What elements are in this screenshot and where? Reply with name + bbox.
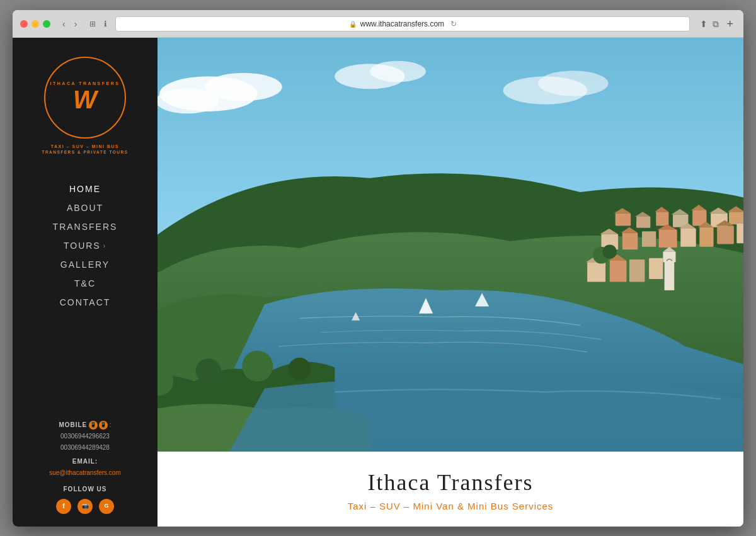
svg-rect-47: [665, 258, 675, 290]
nav-item-contact[interactable]: CONTACT: [13, 294, 158, 311]
svg-rect-55: [649, 258, 663, 278]
nav-item-about[interactable]: ABOUT: [13, 199, 158, 217]
email-label: EMAIL:: [72, 458, 98, 465]
svg-point-7: [538, 71, 608, 96]
refresh-icon[interactable]: ↻: [450, 20, 457, 28]
nav-item-tours[interactable]: TOURS ›: [13, 237, 158, 254]
forward-button[interactable]: ›: [71, 18, 81, 30]
svg-rect-14: [616, 213, 631, 225]
browser-content: ITHACA TRANSFERS W TAXI – SUV – MINI BUS…: [13, 38, 743, 527]
sidebar-contact: MOBILE 📱 📱 : 00306944296623 003069442894…: [13, 409, 158, 514]
phone-icon-2: 📱: [99, 421, 108, 430]
nav-buttons: ‹ ›: [59, 18, 80, 30]
svg-point-63: [289, 357, 311, 380]
svg-point-5: [370, 60, 426, 81]
tab-grid-icon[interactable]: ⊞: [88, 19, 98, 29]
svg-rect-35: [659, 230, 677, 248]
facebook-icon[interactable]: f: [56, 499, 71, 514]
svg-rect-34: [642, 231, 656, 246]
logo-subtitle: TAXI – SUV – MINI BUS TRANSFERS & PRIVAT…: [42, 144, 128, 156]
svg-rect-37: [680, 228, 696, 246]
hero-image: [158, 38, 743, 452]
nav-item-gallery[interactable]: GALLERY: [13, 256, 158, 273]
logo-arc-top: ITHACA TRANSFERS: [50, 81, 120, 86]
maximize-button[interactable]: [43, 20, 50, 28]
instagram-icon[interactable]: 📷: [77, 499, 93, 514]
phone-icon-1: 📱: [89, 421, 98, 430]
traffic-lights: [20, 20, 50, 28]
svg-point-62: [242, 350, 273, 381]
svg-rect-50: [587, 262, 605, 282]
share-icon[interactable]: ⬆: [700, 19, 707, 29]
url-text: www.ithacatransfers.com: [360, 20, 444, 28]
svg-point-3: [158, 88, 219, 113]
nav-item-transfers[interactable]: TRANSFERS: [13, 218, 158, 236]
svg-rect-18: [656, 212, 668, 225]
svg-rect-16: [636, 216, 650, 227]
hero-bottom: Ithaca Transfers Taxi – SUV – Mini Van &…: [158, 452, 743, 527]
add-tab-button[interactable]: +: [724, 18, 736, 31]
browser-window: ‹ › ⊞ ℹ 🔒 www.ithacatransfers.com ↻ ⬆ ⧉ …: [13, 10, 743, 527]
svg-rect-32: [622, 232, 638, 249]
tours-arrow-icon: ›: [103, 242, 106, 249]
logo-container: ITHACA TRANSFERS W TAXI – SUV – MINI BUS…: [35, 50, 134, 162]
nav-menu: HOME ABOUT TRANSFERS TOURS › GALLERY T&C…: [13, 180, 158, 311]
nav-item-tc[interactable]: T&C: [13, 275, 158, 292]
browser-chrome: ‹ › ⊞ ℹ 🔒 www.ithacatransfers.com ↻ ⬆ ⧉ …: [13, 10, 743, 38]
address-bar[interactable]: 🔒 www.ithacatransfers.com ↻: [115, 16, 690, 31]
main-content: Ithaca Transfers Taxi – SUV – Mini Van &…: [158, 38, 743, 527]
sidebar: ITHACA TRANSFERS W TAXI – SUV – MINI BUS…: [13, 38, 158, 527]
logo-inner: ITHACA TRANSFERS W: [50, 81, 120, 113]
logo-circle: ITHACA TRANSFERS W: [44, 57, 126, 139]
phone-icons: 📱 📱: [89, 421, 108, 430]
svg-rect-52: [610, 261, 627, 282]
browser-icons: ⊞ ℹ: [88, 19, 110, 29]
social-icons: f 📷 G: [23, 499, 147, 514]
email-link[interactable]: sue@ithacatransfers.com: [49, 469, 121, 476]
svg-rect-41: [717, 225, 734, 244]
svg-point-57: [603, 244, 617, 258]
svg-rect-43: [736, 224, 743, 243]
svg-rect-48: [663, 251, 675, 262]
nav-item-home[interactable]: HOME: [13, 180, 158, 198]
back-button[interactable]: ‹: [59, 18, 69, 30]
info-icon[interactable]: ℹ: [100, 19, 110, 29]
mobile-label: MOBILE: [59, 421, 87, 428]
phone-1: 00306944296623: [23, 431, 147, 442]
minimize-button[interactable]: [32, 20, 39, 28]
svg-rect-54: [629, 259, 644, 282]
duplicate-icon[interactable]: ⧉: [713, 19, 719, 30]
hero-subtitle: Taxi – SUV – Mini Van & Mini Bus Service…: [183, 501, 718, 511]
logo-letter: W: [50, 87, 120, 112]
svg-rect-39: [699, 227, 713, 246]
close-button[interactable]: [20, 20, 28, 28]
browser-actions: ⬆ ⧉ +: [700, 18, 736, 31]
phone-2: 00306944289428: [23, 442, 147, 453]
svg-point-61: [196, 358, 221, 383]
hero-svg: [158, 38, 743, 452]
lock-icon: 🔒: [349, 21, 357, 28]
follow-label: FOLLOW US: [23, 484, 147, 495]
hero-title: Ithaca Transfers: [183, 469, 718, 496]
google-icon[interactable]: G: [99, 499, 114, 514]
